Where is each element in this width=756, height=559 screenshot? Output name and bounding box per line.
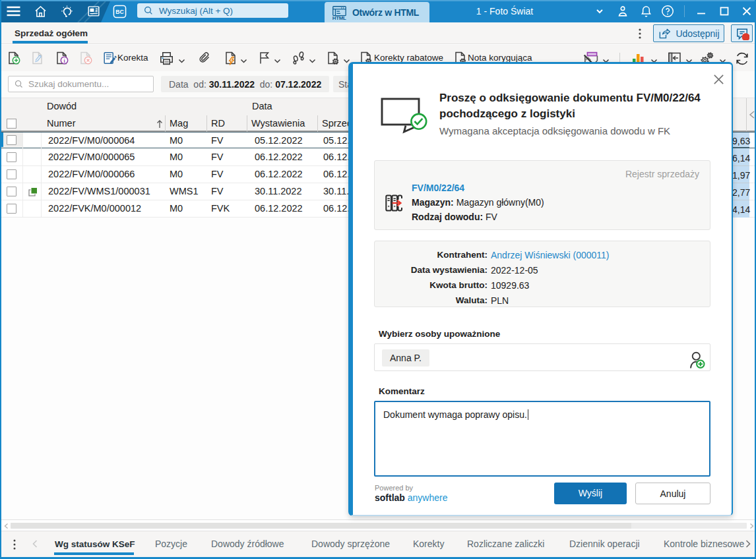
svg-text:HTML: HTML — [332, 15, 346, 20]
svg-text:BC: BC — [115, 9, 123, 15]
